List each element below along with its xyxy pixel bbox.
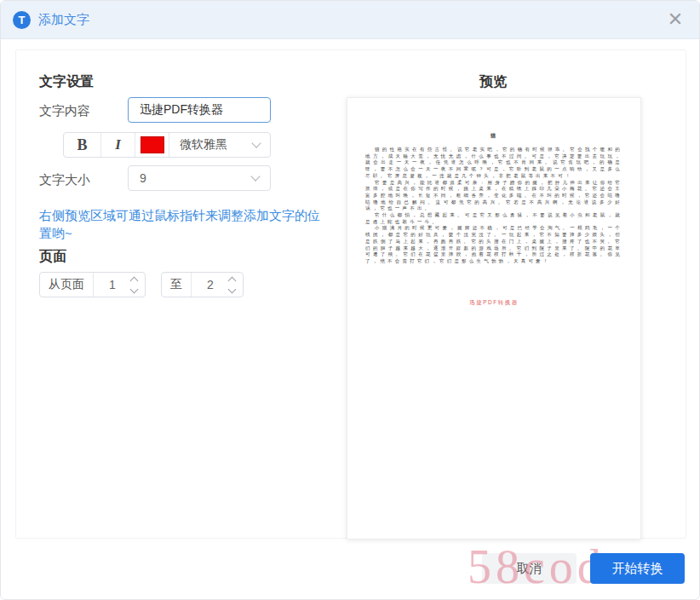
add-text-icon: T bbox=[13, 11, 31, 29]
add-text-dialog: T 添加文字 ✕ 文字设置 文字内容 B I 微软雅黑 文字大小 9 右侧预览区… bbox=[0, 0, 700, 600]
position-hint-text: 右侧预览区域可通过鼠标指针来调整添加文字的位置哟~ bbox=[39, 206, 325, 242]
text-size-select[interactable]: 9 bbox=[128, 165, 271, 191]
page-from-stepper bbox=[131, 273, 145, 297]
chevron-down-icon bbox=[251, 138, 261, 147]
content-card: 文字设置 文字内容 B I 微软雅黑 文字大小 9 右侧预览区域可通过鼠标指针来… bbox=[15, 49, 686, 539]
bold-button[interactable]: B bbox=[64, 133, 101, 157]
text-style-toolbar: B I 微软雅黑 bbox=[63, 132, 271, 158]
stepper-up-icon[interactable] bbox=[130, 276, 139, 285]
start-convert-button[interactable]: 开始转换 bbox=[590, 553, 685, 584]
dialog-title: 添加文字 bbox=[38, 12, 89, 28]
cancel-button[interactable]: 取消 bbox=[482, 553, 577, 584]
page-to-group: 至 2 bbox=[161, 272, 244, 297]
page-to-stepper bbox=[229, 273, 243, 297]
text-size-value: 9 bbox=[140, 171, 146, 185]
page-from-label: 从页面 bbox=[40, 273, 94, 297]
stepper-up-icon[interactable] bbox=[228, 276, 237, 285]
page-to-label: 至 bbox=[162, 273, 192, 297]
preview-page[interactable]: 猫 猫的性格实在有些古怪。说它老实吧，它的确有时候很乖。它会找个暖和的地方，成天… bbox=[347, 97, 641, 539]
chevron-down-icon bbox=[250, 171, 260, 181]
dialog-header: T 添加文字 ✕ bbox=[1, 1, 699, 39]
document-body: 猫的性格实在有些古怪。说它老实吧，它的确有时候很乖。它会找个暖和的地方，成天睡大… bbox=[365, 147, 623, 265]
added-text-preview[interactable]: 迅捷PDF转换器 bbox=[347, 299, 640, 307]
page-to-value[interactable]: 2 bbox=[192, 273, 229, 297]
pages-section-title: 页面 bbox=[39, 248, 66, 266]
page-range-row: 从页面 1 至 2 bbox=[39, 272, 244, 297]
close-icon[interactable]: ✕ bbox=[665, 9, 686, 30]
document-paragraph: 它要是高兴，能比谁都温柔可亲：用身子蹭你的腿，把脖儿伸出来让你给它抓痒，或是在你… bbox=[365, 180, 623, 213]
document-paragraph: 小猫满月的时候更可爱，腿脚还不稳，可是已经学会淘气。一根鸡毛，一个线团，都是它的… bbox=[365, 225, 623, 264]
font-family-select[interactable]: 微软雅黑 bbox=[169, 133, 270, 157]
page-from-value[interactable]: 1 bbox=[94, 273, 131, 297]
color-picker-button[interactable] bbox=[135, 133, 169, 157]
stepper-down-icon[interactable] bbox=[228, 285, 237, 293]
italic-button[interactable]: I bbox=[101, 133, 135, 157]
color-swatch bbox=[141, 136, 164, 153]
text-settings-title: 文字设置 bbox=[39, 73, 94, 91]
page-from-group: 从页面 1 bbox=[39, 272, 146, 297]
text-size-label: 文字大小 bbox=[39, 172, 90, 188]
font-family-value: 微软雅黑 bbox=[180, 137, 227, 153]
text-content-input[interactable] bbox=[128, 97, 271, 123]
stepper-down-icon[interactable] bbox=[130, 285, 139, 293]
text-content-label: 文字内容 bbox=[39, 103, 90, 119]
preview-title: 预览 bbox=[479, 73, 507, 91]
document-title: 猫 bbox=[347, 132, 640, 140]
document-paragraph: 猫的性格实在有些古怪。说它老实吧，它的确有时候很乖。它会找个暖和的地方，成天睡大… bbox=[365, 147, 623, 180]
document-paragraph: 它什么都怕，总想藏起来。可是它又那么勇猛，不要说见着小虫和老鼠，就是遇上蛇也敢斗… bbox=[365, 212, 623, 225]
